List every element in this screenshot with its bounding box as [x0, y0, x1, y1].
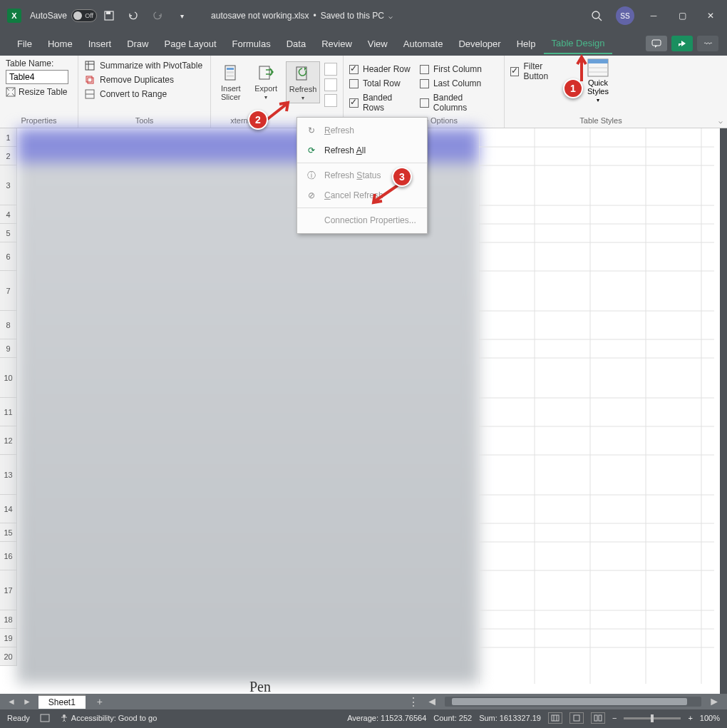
group-properties-label: Properties — [6, 115, 72, 128]
svg-rect-20 — [588, 59, 608, 63]
insert-slicer-button[interactable]: Insert Slicer — [217, 61, 246, 103]
zoom-slider[interactable] — [624, 717, 681, 719]
user-avatar[interactable]: SS — [616, 6, 634, 25]
row-header[interactable]: 11 — [0, 398, 17, 426]
remove-duplicates-button[interactable]: Remove Duplicates — [84, 73, 205, 87]
dropdown-refresh[interactable]: ↻ Refresh — [297, 121, 427, 140]
properties-small-button[interactable] — [324, 63, 337, 76]
collapse-ribbon-button[interactable]: ⌵ — [718, 117, 723, 125]
row-header[interactable]: 18 — [0, 610, 17, 629]
tab-home[interactable]: Home — [41, 34, 80, 53]
tab-data[interactable]: Data — [279, 34, 313, 53]
chevron-down-icon: ▾ — [597, 97, 599, 103]
resize-table-button[interactable]: Resize Table — [6, 87, 72, 97]
row-header[interactable]: 14 — [0, 495, 17, 523]
row-header[interactable]: 2 — [0, 147, 17, 165]
tab-view[interactable]: View — [361, 34, 395, 53]
row-header[interactable]: 13 — [0, 455, 17, 495]
empty-grid[interactable] — [479, 128, 720, 684]
comments-button[interactable] — [646, 36, 667, 51]
save-button[interactable] — [100, 6, 118, 25]
tab-insert[interactable]: Insert — [81, 34, 119, 53]
undo-button[interactable] — [124, 6, 143, 25]
row-header[interactable]: 19 — [0, 629, 17, 647]
sheet-prev-button[interactable]: ◄ — [7, 697, 16, 707]
normal-view-button[interactable] — [548, 712, 562, 724]
row-header[interactable]: 17 — [0, 570, 17, 610]
chevron-down-icon: ▾ — [301, 95, 304, 101]
row-header[interactable]: 9 — [0, 339, 17, 358]
page-break-view-button[interactable] — [591, 712, 605, 724]
tab-draw[interactable]: Draw — [120, 34, 155, 53]
tab-page-layout[interactable]: Page Layout — [158, 34, 224, 53]
row-header[interactable]: 16 — [0, 542, 17, 570]
pivot-icon — [84, 60, 96, 71]
total-row-checkbox[interactable]: Total Row — [349, 78, 416, 88]
open-browser-button[interactable] — [324, 78, 337, 91]
row-header[interactable]: 6 — [0, 242, 17, 271]
zoom-out-button[interactable]: − — [612, 714, 617, 722]
export-icon — [256, 63, 276, 83]
table-name-input[interactable] — [6, 70, 68, 84]
hscroll-left-button[interactable]: ◄ — [426, 695, 438, 708]
maximize-button[interactable]: ▢ — [673, 6, 691, 25]
sheet-options-icon[interactable]: ⋮ — [408, 695, 419, 709]
svg-rect-4 — [652, 40, 661, 46]
row-header[interactable]: 10 — [0, 358, 17, 398]
sheet-tabs-bar: ◄ ► Sheet1 + ⋮ ◄ ► — [0, 694, 727, 709]
first-column-checkbox[interactable]: First Column — [420, 64, 498, 74]
row-header[interactable]: 5 — [0, 224, 17, 242]
tab-file[interactable]: File — [10, 34, 39, 53]
save-status-caret-icon[interactable]: ⌵ — [388, 12, 393, 20]
qat-more-button[interactable]: ▾ — [172, 6, 191, 25]
header-row-checkbox[interactable]: Header Row — [349, 64, 416, 74]
banded-rows-checkbox[interactable]: Banded Rows — [349, 93, 416, 113]
dropdown-connection-properties[interactable]: Connection Properties... — [297, 210, 427, 230]
row-header[interactable]: 1 — [0, 128, 17, 147]
tab-table-design[interactable]: Table Design — [544, 34, 612, 54]
tab-review[interactable]: Review — [314, 34, 359, 53]
dropdown-cancel-refresh[interactable]: ⊘ Cancel Refresh — [297, 185, 427, 205]
row-header[interactable]: 7 — [0, 271, 17, 311]
row-header[interactable]: 8 — [0, 311, 17, 339]
close-button[interactable]: ✕ — [701, 6, 720, 25]
banded-columns-checkbox[interactable]: Banded Columns — [420, 93, 498, 113]
tab-help[interactable]: Help — [510, 34, 543, 53]
row-header[interactable]: 12 — [0, 426, 17, 455]
titlebar: X AutoSave Off ▾ autosave not working.xl… — [0, 0, 727, 31]
last-column-checkbox[interactable]: Last Column — [420, 78, 498, 88]
summarize-pivot-button[interactable]: Summarize with PivotTable — [84, 58, 205, 73]
horizontal-scrollbar[interactable] — [445, 697, 701, 707]
row-header[interactable]: 4 — [0, 205, 17, 224]
hscroll-right-button[interactable]: ► — [708, 695, 720, 708]
zoom-level[interactable]: 100% — [700, 714, 720, 722]
sheet-next-button[interactable]: ► — [23, 697, 31, 707]
slicer-icon — [222, 63, 242, 83]
accessibility-status[interactable]: Accessibility: Good to go — [60, 714, 157, 722]
autosave-toggle[interactable]: Off — [71, 9, 97, 22]
convert-range-button[interactable]: Convert to Range — [84, 87, 205, 101]
filter-button-checkbox[interactable]: Filter Button — [510, 61, 567, 81]
macro-icon[interactable] — [40, 714, 50, 722]
tab-developer[interactable]: Developer — [451, 34, 507, 53]
minimize-button[interactable]: ─ — [644, 6, 663, 25]
mode-button[interactable]: 〰 — [697, 36, 718, 51]
redo-button[interactable] — [148, 6, 167, 25]
refresh-button[interactable]: Refresh ▾ — [286, 61, 320, 103]
unlink-button[interactable] — [324, 94, 337, 107]
tab-formulas[interactable]: Formulas — [225, 34, 278, 53]
row-header[interactable]: 15 — [0, 523, 17, 542]
share-button[interactable] — [671, 36, 693, 51]
search-button[interactable] — [587, 6, 606, 25]
status-sum: Sum: 1613327.19 — [479, 714, 541, 722]
statusbar: Ready Accessibility: Good to go Average:… — [0, 710, 727, 726]
export-button[interactable]: Export ▾ — [250, 61, 282, 102]
page-layout-view-button[interactable] — [569, 712, 584, 724]
sheet-tab[interactable]: Sheet1 — [38, 694, 86, 709]
zoom-in-button[interactable]: + — [688, 714, 692, 722]
row-header[interactable]: 20 — [0, 647, 17, 666]
dropdown-refresh-all[interactable]: ⟳ Refresh All — [297, 140, 427, 160]
row-header[interactable]: 3 — [0, 165, 17, 205]
tab-automate[interactable]: Automate — [396, 34, 450, 53]
add-sheet-button[interactable]: + — [97, 696, 103, 707]
